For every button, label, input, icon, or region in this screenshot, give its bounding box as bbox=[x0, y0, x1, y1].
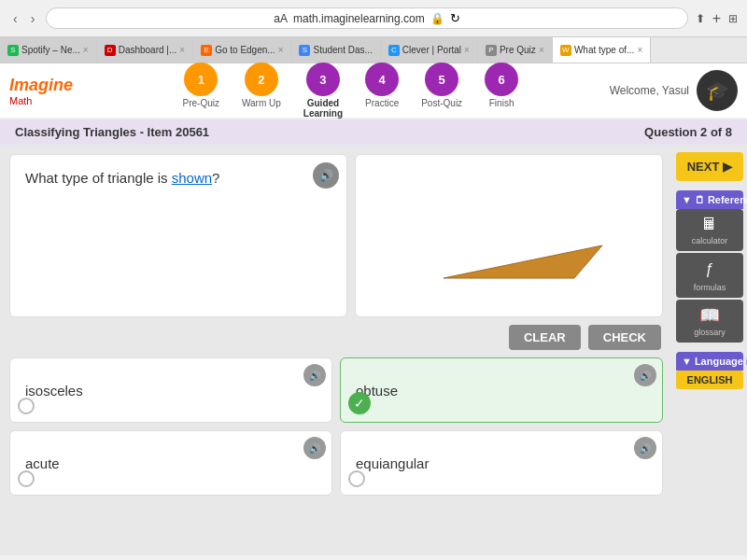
radio-equiangular[interactable] bbox=[348, 470, 365, 487]
browser-right: ⬆ + ⊞ bbox=[696, 10, 738, 27]
answer-equiangular[interactable]: 🔊 equiangular bbox=[340, 430, 663, 496]
radio-isosceles[interactable] bbox=[18, 398, 35, 414]
question-text: What type of triangle is shown? bbox=[25, 168, 331, 188]
nav-step-warmup[interactable]: 2 Warm Up bbox=[231, 63, 292, 119]
browser-controls[interactable]: ‹ › bbox=[9, 9, 38, 28]
close-tab-dashboard[interactable]: × bbox=[179, 45, 185, 55]
lang-chevron-icon: ▼ bbox=[682, 356, 692, 367]
audio-acute[interactable]: 🔊 bbox=[303, 437, 326, 459]
glossary-label: glossary bbox=[694, 328, 726, 337]
app-nav: Imagine Math 1 Pre-Quiz 2 Warm Up 3 Guid… bbox=[0, 63, 747, 119]
next-label: NEXT bbox=[687, 160, 720, 174]
tab-edgen[interactable]: E Go to Edgen... × bbox=[193, 37, 291, 63]
calculator-tool[interactable]: 🖩 calculator bbox=[676, 209, 743, 251]
main-content: What type of triangle is shown? 🔊 CLEAR … bbox=[0, 145, 747, 555]
lesson-header: Classifying Triangles - Item 20561 Quest… bbox=[0, 119, 747, 145]
reference-label: Reference bbox=[708, 194, 747, 205]
nav-step-guided-label: GuidedLearning bbox=[303, 98, 343, 119]
tab-student[interactable]: S Student Das... bbox=[291, 37, 380, 63]
nav-step-finish[interactable]: 6 Finish bbox=[473, 63, 529, 119]
question-row: What type of triangle is shown? 🔊 bbox=[9, 154, 663, 317]
logo-imagine: Imagine bbox=[9, 76, 73, 95]
nav-step-warmup-label: Warm Up bbox=[242, 98, 281, 108]
glossary-icon: 📖 bbox=[699, 305, 720, 326]
answer-isosceles[interactable]: 🔊 isosceles bbox=[9, 357, 332, 423]
question-link[interactable]: shown bbox=[172, 170, 212, 186]
formulas-tool[interactable]: ƒ formulas bbox=[676, 253, 743, 298]
formulas-label: formulas bbox=[694, 283, 726, 292]
language-header[interactable]: ▼ Language i bbox=[676, 352, 743, 371]
reference-icon: 🗒 bbox=[695, 194, 705, 205]
right-sidebar: NEXT ▶ ▼ 🗒 Reference 🖩 calculator ƒ form… bbox=[672, 145, 747, 555]
close-tab-current[interactable]: × bbox=[637, 45, 642, 55]
answer-equiangular-label: equiangular bbox=[356, 455, 429, 471]
reference-panel: ▼ 🗒 Reference 🖩 calculator ƒ formulas 📖 … bbox=[676, 190, 743, 344]
radio-acute[interactable] bbox=[18, 470, 35, 487]
check-button[interactable]: CHECK bbox=[588, 325, 661, 350]
svg-marker-0 bbox=[444, 245, 602, 278]
nav-step-postquiz[interactable]: 5 Post-Quiz bbox=[410, 63, 473, 119]
triangle-svg bbox=[416, 175, 602, 297]
share-icon[interactable]: ⬆ bbox=[696, 12, 705, 25]
reference-header[interactable]: ▼ 🗒 Reference bbox=[676, 190, 743, 209]
english-button[interactable]: ENGLISH bbox=[676, 371, 743, 389]
audio-obtuse[interactable]: 🔊 bbox=[634, 364, 656, 386]
audio-equiangular[interactable]: 🔊 bbox=[634, 437, 656, 459]
language-panel: ▼ Language i ENGLISH bbox=[676, 348, 743, 389]
url-bar[interactable]: aA math.imaginelearning.com 🔒 ↻ bbox=[46, 7, 687, 29]
nav-step-practice-label: Practice bbox=[365, 98, 399, 108]
lesson-title: Classifying Triangles - Item 20561 bbox=[15, 125, 209, 139]
nav-step-prequiz[interactable]: 1 Pre-Quiz bbox=[172, 63, 231, 119]
action-row: CLEAR CHECK bbox=[9, 325, 663, 350]
nav-step-finish-label: Finish bbox=[489, 98, 514, 108]
calculator-icon: 🖩 bbox=[701, 215, 718, 234]
add-tab-button[interactable]: + bbox=[712, 10, 721, 27]
triangle-display bbox=[355, 154, 663, 317]
font-size-toggle[interactable]: aA bbox=[274, 12, 288, 25]
tab-prequiz[interactable]: P Pre Quiz × bbox=[478, 37, 553, 63]
nav-step-guided[interactable]: 3 GuidedLearning bbox=[292, 63, 354, 119]
refresh-button[interactable]: ↻ bbox=[450, 11, 460, 25]
audio-isosceles[interactable]: 🔊 bbox=[303, 364, 326, 386]
close-tab-edgen[interactable]: × bbox=[278, 45, 284, 55]
url-text: math.imaginelearning.com bbox=[293, 12, 425, 25]
tabs-icon[interactable]: ⊞ bbox=[728, 12, 738, 25]
logo: Imagine Math bbox=[9, 76, 73, 106]
lock-icon: 🔒 bbox=[430, 12, 444, 25]
answer-acute[interactable]: 🔊 acute bbox=[9, 430, 332, 496]
next-button[interactable]: NEXT ▶ bbox=[676, 152, 743, 181]
nav-step-prequiz-label: Pre-Quiz bbox=[183, 98, 219, 108]
question-text-after: ? bbox=[212, 170, 219, 186]
tab-spotify[interactable]: S Spotify – Ne... × bbox=[0, 37, 97, 63]
tab-clever[interactable]: C Clever | Portal × bbox=[381, 37, 478, 63]
forward-button[interactable]: › bbox=[27, 9, 39, 28]
lesson-progress: Question 2 of 8 bbox=[644, 125, 732, 139]
calculator-label: calculator bbox=[692, 236, 728, 245]
next-arrow-icon: ▶ bbox=[723, 160, 732, 174]
formulas-icon: ƒ bbox=[698, 259, 721, 281]
close-tab-clever[interactable]: × bbox=[464, 45, 470, 55]
check-obtuse: ✓ bbox=[348, 392, 371, 414]
nav-step-postquiz-label: Post-Quiz bbox=[421, 98, 462, 108]
answers-grid: 🔊 isosceles 🔊 obtuse ✓ 🔊 acute 🔊 equiang… bbox=[9, 357, 663, 496]
tab-dashboard[interactable]: D Dashboard |... × bbox=[97, 37, 193, 63]
answer-acute-label: acute bbox=[25, 455, 60, 471]
question-box: What type of triangle is shown? 🔊 bbox=[9, 154, 347, 317]
question-audio-button[interactable]: 🔊 bbox=[313, 162, 339, 189]
answer-isosceles-label: isosceles bbox=[25, 383, 83, 399]
tab-current[interactable]: W What type of... × bbox=[553, 37, 651, 63]
nav-steps: 1 Pre-Quiz 2 Warm Up 3 GuidedLearning 4 … bbox=[92, 63, 610, 119]
welcome-text: Welcome, Yasul bbox=[610, 84, 689, 97]
nav-step-practice[interactable]: 4 Practice bbox=[354, 63, 410, 119]
browser-bar: ‹ › aA math.imaginelearning.com 🔒 ↻ ⬆ + … bbox=[0, 0, 747, 37]
content-area: What type of triangle is shown? 🔊 CLEAR … bbox=[0, 145, 672, 555]
close-tab-spotify[interactable]: × bbox=[83, 45, 89, 55]
question-text-before: What type of triangle is bbox=[25, 170, 172, 186]
answer-obtuse[interactable]: 🔊 obtuse ✓ bbox=[340, 357, 663, 423]
logo-math: Math bbox=[9, 95, 32, 106]
language-label: Language bbox=[695, 356, 743, 367]
glossary-tool[interactable]: 📖 glossary bbox=[676, 300, 743, 343]
close-tab-prequiz[interactable]: × bbox=[539, 45, 544, 55]
back-button[interactable]: ‹ bbox=[9, 9, 21, 28]
clear-button[interactable]: CLEAR bbox=[509, 325, 581, 350]
